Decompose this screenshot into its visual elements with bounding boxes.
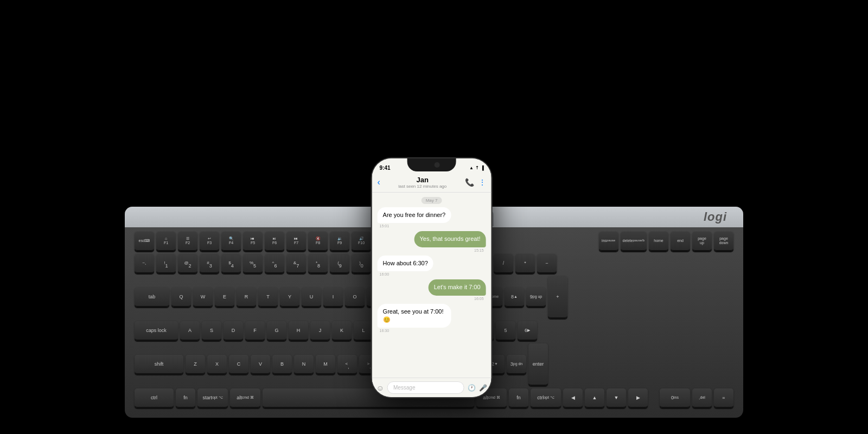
- key-numpad-minus[interactable]: −: [537, 254, 557, 273]
- key-c[interactable]: C: [229, 355, 248, 374]
- key-numpad-decimal[interactable]: .del: [692, 388, 712, 408]
- phone-container: 9:41 ▲ ⇡ ▐ ‹ Jan last seen 12 minutes ag…: [372, 158, 492, 397]
- key-g[interactable]: G: [267, 321, 286, 341]
- key-ctrl-opt[interactable]: ctrlopt ⌥: [531, 388, 561, 408]
- key-u[interactable]: U: [302, 288, 321, 307]
- key-8[interactable]: *8: [308, 254, 328, 273]
- key-f8[interactable]: 🔇F8: [308, 232, 328, 251]
- chat-header-actions: 📞 ⋮: [465, 178, 486, 187]
- key-4[interactable]: $4: [221, 254, 241, 273]
- key-n[interactable]: N: [294, 355, 314, 374]
- key-delete[interactable]: deletepause/b: [621, 232, 647, 251]
- message-bubble-received: Are you free for dinner?: [378, 207, 451, 223]
- key-ins[interactable]: inspause: [599, 232, 618, 251]
- message-bubble-sent: Let's make it 7:00: [429, 279, 486, 295]
- key-s[interactable]: S: [202, 321, 221, 341]
- key-backtick[interactable]: ~`: [135, 254, 154, 273]
- key-numpad-multiply[interactable]: *: [515, 254, 535, 273]
- key-page-up[interactable]: pageup: [692, 232, 712, 251]
- chat-header: ‹ Jan last seen 12 minutes ago 📞 ⋮: [372, 174, 492, 193]
- key-9[interactable]: (9: [330, 254, 349, 273]
- key-7[interactable]: &7: [286, 254, 306, 273]
- key-arrow-right[interactable]: ▶: [628, 388, 648, 408]
- key-numpad-equals[interactable]: =: [714, 388, 733, 408]
- key-arrow-left[interactable]: ◀: [563, 388, 583, 408]
- key-page-down[interactable]: pagedown: [714, 232, 733, 251]
- contact-name: Jan: [380, 176, 465, 184]
- key-f7[interactable]: ⏭F7: [286, 232, 306, 251]
- key-5[interactable]: %5: [243, 254, 263, 273]
- key-f5[interactable]: ⏮F5: [243, 232, 263, 251]
- key-numpad-8[interactable]: 8▲: [505, 288, 524, 307]
- microphone-icon[interactable]: 🎤: [479, 384, 487, 392]
- phone-call-icon[interactable]: 📞: [465, 178, 474, 187]
- key-numpad-6[interactable]: 6▶: [518, 321, 537, 341]
- key-tab[interactable]: tab: [135, 288, 169, 307]
- key-w[interactable]: W: [193, 288, 213, 307]
- key-v[interactable]: V: [251, 355, 270, 374]
- input-actions: 🕐 🎤: [468, 384, 487, 392]
- status-time: 9:41: [380, 165, 391, 171]
- key-k[interactable]: K: [332, 321, 352, 341]
- key-f1[interactable]: ⌂F1: [156, 232, 176, 251]
- key-arrow-down[interactable]: ▼: [607, 388, 626, 408]
- clock-icon[interactable]: 🕐: [468, 384, 476, 392]
- key-i[interactable]: I: [323, 288, 343, 307]
- key-a[interactable]: A: [180, 321, 200, 341]
- key-6[interactable]: ^6: [265, 254, 284, 273]
- message-row: Let's make it 7:00 16:05: [378, 279, 486, 300]
- key-numpad-divide[interactable]: /: [494, 254, 513, 273]
- key-j[interactable]: J: [310, 321, 330, 341]
- key-f6[interactable]: ⏯F6: [265, 232, 284, 251]
- key-numpad-9[interactable]: 9pg up: [526, 288, 546, 307]
- key-o[interactable]: O: [345, 288, 365, 307]
- key-3[interactable]: #3: [200, 254, 219, 273]
- key-h[interactable]: H: [289, 321, 308, 341]
- key-comma[interactable]: <,: [337, 355, 357, 374]
- key-y[interactable]: Y: [280, 288, 299, 307]
- key-e[interactable]: E: [215, 288, 234, 307]
- key-numpad-0[interactable]: 0ins: [660, 388, 690, 408]
- key-ctrl[interactable]: ctrl: [135, 388, 174, 408]
- key-left-shift[interactable]: shift: [135, 355, 183, 374]
- date-stamp: May 7: [422, 197, 442, 204]
- key-m[interactable]: M: [316, 355, 335, 374]
- key-z[interactable]: Z: [186, 355, 205, 374]
- key-d[interactable]: D: [224, 321, 243, 341]
- key-numpad-plus[interactable]: +: [548, 276, 567, 318]
- key-home[interactable]: home: [649, 232, 668, 251]
- key-b[interactable]: B: [272, 355, 292, 374]
- key-numpad-5[interactable]: 5: [496, 321, 515, 341]
- key-l[interactable]: L: [354, 321, 373, 341]
- key-caps-lock[interactable]: caps lock: [135, 321, 178, 341]
- key-fn[interactable]: fn: [176, 388, 195, 408]
- key-2[interactable]: @2: [178, 254, 197, 273]
- emoji-icon[interactable]: ☺: [376, 384, 384, 392]
- key-f2[interactable]: ☰F2: [178, 232, 197, 251]
- key-arrow-up[interactable]: ▲: [585, 388, 604, 408]
- key-r[interactable]: R: [237, 288, 256, 307]
- key-f9[interactable]: 🔉F9: [330, 232, 349, 251]
- key-f4[interactable]: 🔍F4: [221, 232, 241, 251]
- key-start-opt[interactable]: startopt ⌥: [197, 388, 228, 408]
- key-q[interactable]: Q: [171, 288, 191, 307]
- key-t[interactable]: T: [258, 288, 278, 307]
- key-1[interactable]: !1: [156, 254, 176, 273]
- key-alt-cmd[interactable]: altcmd ⌘: [230, 388, 260, 408]
- message-row: Yes, that sounds great! 15:15: [378, 231, 486, 252]
- key-x[interactable]: X: [207, 355, 227, 374]
- key-f3[interactable]: ↩F3: [200, 232, 219, 251]
- camera-notch: [435, 162, 440, 168]
- message-input[interactable]: Message: [387, 381, 464, 394]
- key-f10[interactable]: 🔊F10: [352, 232, 371, 251]
- key-0[interactable]: )0: [352, 254, 371, 273]
- key-f[interactable]: F: [245, 321, 265, 341]
- key-end[interactable]: end: [671, 232, 690, 251]
- key-esc[interactable]: esc⌨: [135, 232, 154, 251]
- more-options-icon[interactable]: ⋮: [478, 178, 486, 187]
- key-numpad-enter[interactable]: enter: [528, 343, 548, 386]
- chat-header-center: Jan last seen 12 minutes ago: [380, 176, 465, 189]
- key-fn-right[interactable]: fn: [509, 388, 528, 408]
- key-numpad-3[interactable]: 3pg dn: [507, 355, 526, 374]
- message-time: 15:15: [472, 248, 486, 252]
